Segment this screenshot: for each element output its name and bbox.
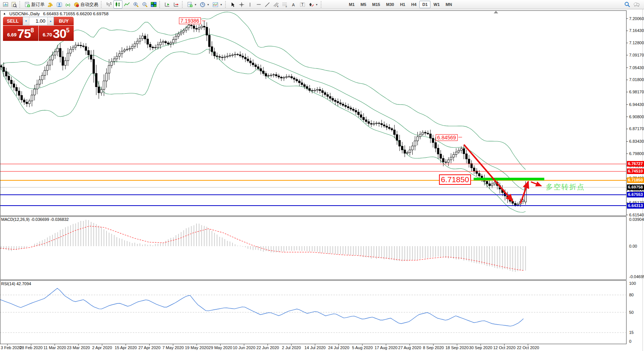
tf-button-h1[interactable]: H1	[397, 1, 408, 8]
indicators-button[interactable]: ▼	[211, 0, 224, 9]
price-axis-badge: 6.71850	[627, 177, 644, 183]
annotation-text: 多空转折点	[546, 182, 585, 192]
price-axis-tick: 7.12800	[629, 41, 644, 45]
line-chart-button[interactable]	[122, 0, 131, 9]
cursor-arrow-icon	[230, 2, 236, 7]
chart-shift-button[interactable]	[172, 0, 181, 9]
chevron-down-icon: ▼	[194, 3, 197, 6]
chart-window-icon	[3, 2, 8, 7]
clock-icon	[200, 2, 205, 7]
toolbar-grip	[159, 1, 162, 8]
crosshair-button[interactable]	[237, 0, 246, 9]
chart-shift-icon	[173, 1, 179, 7]
tf-button-m15[interactable]: M15	[369, 1, 383, 8]
price-axis-badge: 6.76727	[627, 161, 644, 167]
zoom-in-icon	[133, 1, 139, 7]
tf-button-mn[interactable]: MN	[443, 1, 455, 8]
toolbar: 新订单 自动交易 ▼ ▼ ▼ E F A T ▼ M1M5M1	[0, 0, 644, 9]
toolbar-grip	[101, 1, 103, 8]
sell-button[interactable]: SELL	[3, 17, 23, 25]
date-label: 17 Aug 2020	[375, 345, 398, 350]
chart-window-icon-button[interactable]	[1, 0, 10, 9]
rsi-axis-tick: 50	[629, 310, 634, 315]
tile-windows-button[interactable]	[149, 0, 158, 9]
arrows-button[interactable]: ▼	[307, 0, 320, 9]
tf-button-d1[interactable]: D1	[419, 1, 430, 8]
date-label: 29 May 2020	[209, 345, 233, 350]
community-button[interactable]	[55, 0, 64, 9]
price-axis-tick: 7.05430	[629, 65, 644, 70]
price-axis-badge: 6.67553	[627, 192, 644, 197]
trendline-icon	[265, 2, 270, 7]
volume-spinner: ▼ 1.00 ▲	[23, 17, 54, 25]
autotrade-button[interactable]: 自动交易	[72, 0, 100, 9]
zoom-out-icon	[142, 1, 148, 7]
arrow-objects-icon	[308, 2, 314, 7]
zoom-in-button[interactable]	[131, 0, 140, 9]
fibonacci-button[interactable]: F	[281, 0, 289, 9]
trendline-button[interactable]	[263, 0, 272, 9]
macd-axis-tick: -0.046959	[629, 274, 644, 279]
chart-title-ohlc: 6.66493 6.71655 6.66200 6.69758	[43, 12, 109, 16]
search-icon	[624, 1, 630, 7]
buy-price-box[interactable]: 6.70 30 5	[39, 26, 74, 41]
chevron-down-icon: ▼	[207, 3, 209, 6]
bar-chart-button[interactable]	[105, 0, 113, 9]
horizontal-line-button[interactable]	[254, 0, 263, 9]
new-order-icon	[25, 2, 30, 7]
magnifier-page-icon	[11, 2, 17, 7]
price-axis-tick: 6.79800	[629, 151, 644, 156]
chart-canvas[interactable]	[0, 0, 644, 351]
price-axis-badge: 6.74510	[627, 168, 644, 174]
date-label: 10 Jun 2020	[233, 345, 256, 350]
zoom-out-button[interactable]	[140, 0, 149, 9]
chat-button[interactable]	[632, 0, 641, 9]
chat-bubbles-icon	[633, 2, 640, 7]
candle-chart-button[interactable]	[113, 0, 122, 9]
price-callout-mid: 6.84569	[436, 134, 458, 141]
indicators-icon	[212, 2, 218, 7]
date-label: 22 Jun 2020	[256, 345, 279, 350]
chart-title-symbol: USDCNH-,Daily	[9, 12, 40, 16]
tf-button-m30[interactable]: M30	[383, 1, 397, 8]
date-label: 2 Apr 2020	[92, 345, 112, 350]
date-label: 27 Aug 2020	[398, 345, 421, 350]
volume-input[interactable]: 1.00	[29, 17, 47, 25]
channel-button[interactable]: E	[272, 0, 281, 9]
periods-button[interactable]: ▼	[198, 0, 211, 9]
rsi-axis-tick: 15	[629, 330, 634, 335]
data-window-button[interactable]	[10, 0, 18, 9]
price-axis-tick: 6.94430	[629, 102, 644, 107]
date-label: 12 Oct 2020	[493, 345, 516, 350]
tf-button-m1[interactable]: M1	[346, 1, 358, 8]
price-axis-tick: 6.98170	[629, 90, 644, 94]
community-person-icon	[57, 2, 62, 7]
text-button[interactable]: A	[289, 0, 298, 9]
autotrade-label: 自动交易	[80, 1, 98, 8]
volume-up-button[interactable]: ▲	[47, 17, 54, 25]
tf-button-m5[interactable]: M5	[358, 1, 369, 8]
signals-button[interactable]	[64, 0, 72, 9]
volume-down-button[interactable]: ▼	[23, 17, 29, 25]
date-label: 3 Feb 2020	[1, 345, 22, 350]
date-label: 7 May 2020	[162, 345, 183, 350]
auto-scroll-button[interactable]	[163, 0, 172, 9]
tf-button-w1[interactable]: W1	[430, 1, 443, 8]
svg-text:F: F	[286, 6, 287, 7]
new-chart-button[interactable]: ▼	[186, 0, 198, 9]
chevron-down-icon: ▼	[220, 3, 222, 6]
market-button[interactable]	[46, 0, 55, 9]
tf-button-h4[interactable]: H4	[408, 1, 419, 8]
vertical-line-button[interactable]	[246, 0, 254, 9]
sell-price-box[interactable]: 6.69 75 8	[3, 26, 38, 41]
rsi-axis-tick: 80	[629, 293, 634, 297]
text-label-button[interactable]: T	[298, 0, 307, 9]
rsi-indicator-label: RSI(14) 42.7094	[1, 281, 31, 286]
search-button[interactable]	[623, 0, 632, 9]
buy-button[interactable]: BUY	[54, 17, 74, 25]
new-order-button[interactable]: 新订单	[23, 0, 46, 9]
toolbar-grip	[19, 1, 22, 8]
svg-text:T: T	[301, 3, 304, 7]
cursor-button[interactable]	[229, 0, 237, 9]
price-axis-badge: 6.64313	[627, 203, 644, 209]
